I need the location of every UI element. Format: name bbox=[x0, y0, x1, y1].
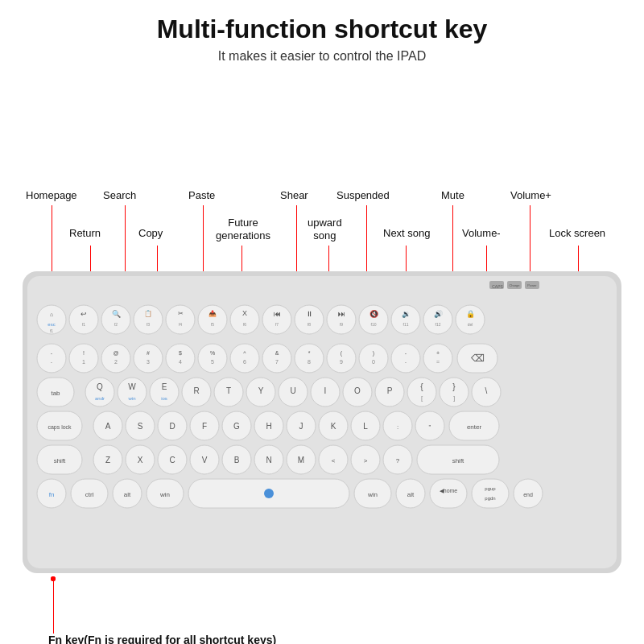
svg-text:esc: esc bbox=[47, 322, 55, 327]
svg-point-51 bbox=[37, 344, 66, 373]
label-next-song: Next song bbox=[383, 227, 431, 239]
svg-text:shift: shift bbox=[452, 457, 464, 464]
svg-text:A: A bbox=[105, 422, 111, 431]
svg-text:": " bbox=[429, 423, 431, 431]
svg-text:pgdn: pgdn bbox=[485, 496, 495, 501]
label-fn-key: Fn key(Fn is required for all shortcut k… bbox=[48, 634, 276, 644]
svg-text:🔍: 🔍 bbox=[112, 309, 122, 319]
svg-text:$: $ bbox=[179, 350, 182, 356]
svg-text:fn: fn bbox=[49, 491, 55, 498]
svg-text:M: M bbox=[298, 456, 304, 464]
svg-text:Power: Power bbox=[527, 283, 537, 287]
label-suspended: Suspended bbox=[336, 189, 390, 201]
svg-text:📤: 📤 bbox=[208, 309, 217, 317]
svg-text:O: O bbox=[354, 386, 361, 395]
svg-text:◀home: ◀home bbox=[440, 488, 458, 493]
svg-text:X: X bbox=[242, 309, 247, 317]
svg-text:T: T bbox=[226, 386, 231, 395]
svg-point-78 bbox=[327, 344, 356, 373]
keyboard-svg: CAPS Charge Power ⌂ esc f1 ↩ f1 🔍 f2 📋 f… bbox=[23, 271, 621, 577]
svg-text:<: < bbox=[332, 457, 336, 464]
svg-text:f2: f2 bbox=[114, 322, 118, 327]
svg-text:✂: ✂ bbox=[178, 310, 184, 317]
label-future-gen: Futuregenerations bbox=[216, 217, 270, 242]
svg-text:⏸: ⏸ bbox=[306, 310, 313, 318]
svg-text:Z: Z bbox=[105, 456, 110, 464]
svg-text:3: 3 bbox=[147, 359, 150, 365]
svg-text:%: % bbox=[210, 350, 215, 356]
svg-text:caps lock: caps lock bbox=[47, 424, 72, 431]
page-subtitle: It makes it easier to control the IPAD bbox=[0, 49, 644, 64]
label-copy: Copy bbox=[138, 227, 163, 239]
svg-rect-191 bbox=[472, 479, 509, 508]
svg-text:f4: f4 bbox=[179, 322, 182, 327]
label-volume-plus: Volume+ bbox=[510, 189, 551, 201]
svg-point-63 bbox=[166, 344, 195, 373]
label-upward-song: upwardsong bbox=[308, 217, 342, 242]
svg-text:f1: f1 bbox=[50, 328, 53, 333]
svg-text:X: X bbox=[138, 456, 143, 464]
label-return: Return bbox=[69, 227, 101, 239]
label-lock-screen: Lock screen bbox=[549, 227, 605, 239]
svg-text:Q: Q bbox=[97, 382, 103, 391]
svg-point-66 bbox=[198, 344, 227, 373]
svg-text:f10: f10 bbox=[371, 322, 377, 327]
svg-point-72 bbox=[262, 344, 291, 373]
svg-text:7: 7 bbox=[275, 359, 279, 365]
svg-rect-189 bbox=[430, 479, 467, 508]
svg-point-54 bbox=[69, 344, 98, 373]
svg-text:🔉: 🔉 bbox=[402, 309, 411, 319]
svg-text:f1: f1 bbox=[82, 322, 85, 327]
svg-text:ctrl: ctrl bbox=[85, 491, 94, 498]
svg-text:ios: ios bbox=[161, 396, 167, 401]
svg-point-84 bbox=[391, 344, 420, 373]
svg-text:Y: Y bbox=[258, 386, 264, 395]
svg-text:⌂: ⌂ bbox=[50, 312, 53, 317]
svg-text:1: 1 bbox=[82, 359, 85, 365]
svg-text:CAPS: CAPS bbox=[492, 284, 503, 289]
svg-text:@: @ bbox=[113, 350, 118, 356]
svg-text:0: 0 bbox=[372, 359, 375, 365]
svg-text:J: J bbox=[299, 422, 303, 431]
label-mute: Mute bbox=[441, 189, 464, 201]
svg-text:alt: alt bbox=[407, 491, 415, 498]
svg-text:del: del bbox=[468, 322, 473, 327]
svg-text:f3: f3 bbox=[147, 322, 150, 327]
svg-text:4: 4 bbox=[179, 359, 182, 365]
svg-text:🔇: 🔇 bbox=[369, 309, 379, 319]
svg-text:andr: andr bbox=[95, 396, 105, 401]
svg-point-57 bbox=[101, 344, 130, 373]
svg-text:D: D bbox=[169, 422, 175, 431]
svg-text:enter: enter bbox=[467, 423, 482, 431]
svg-text:+: + bbox=[436, 350, 440, 356]
svg-text:]: ] bbox=[453, 394, 455, 402]
svg-text:alt: alt bbox=[124, 491, 131, 498]
svg-text:f12: f12 bbox=[436, 322, 441, 327]
diagram-area: Homepage Search Return Copy Paste Future… bbox=[0, 70, 644, 585]
svg-text:&: & bbox=[275, 350, 279, 356]
label-search: Search bbox=[103, 189, 136, 201]
svg-point-81 bbox=[359, 344, 388, 373]
svg-text:pgup: pgup bbox=[485, 486, 496, 491]
svg-text:⌫: ⌫ bbox=[471, 353, 485, 364]
svg-text:win: win bbox=[127, 396, 135, 401]
svg-text:↩: ↩ bbox=[80, 310, 87, 318]
svg-text:S: S bbox=[138, 422, 143, 431]
svg-text:shift: shift bbox=[54, 457, 66, 464]
svg-text:E: E bbox=[162, 382, 167, 391]
svg-text:📋: 📋 bbox=[144, 309, 152, 317]
svg-point-60 bbox=[134, 344, 163, 373]
svg-text:U: U bbox=[290, 386, 295, 395]
svg-text:!: ! bbox=[83, 350, 85, 356]
svg-text:>: > bbox=[364, 457, 368, 464]
svg-text:*: * bbox=[308, 350, 311, 356]
svg-text:N: N bbox=[266, 456, 271, 464]
svg-text:⏮: ⏮ bbox=[274, 310, 281, 318]
svg-text:=: = bbox=[436, 359, 440, 365]
svg-text:B: B bbox=[234, 456, 240, 464]
svg-text:P: P bbox=[387, 386, 393, 395]
svg-text:R: R bbox=[193, 386, 199, 395]
svg-text:V: V bbox=[202, 456, 208, 464]
svg-text:6: 6 bbox=[243, 359, 246, 365]
svg-text:f6: f6 bbox=[243, 322, 246, 327]
